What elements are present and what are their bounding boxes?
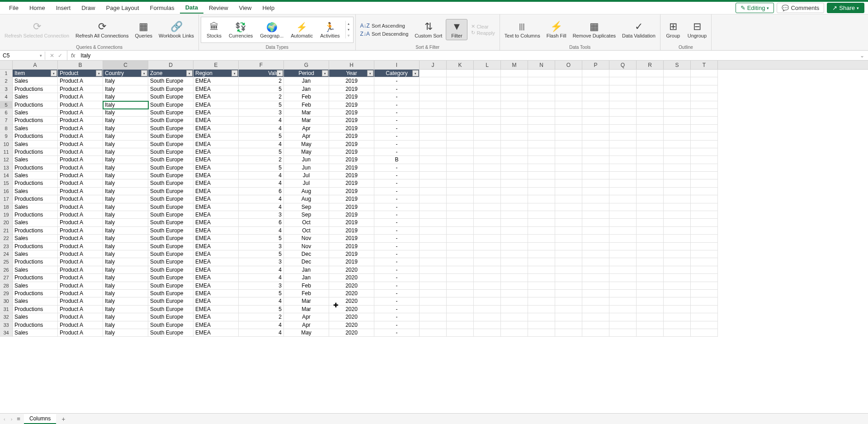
cell[interactable] — [420, 172, 447, 179]
cell[interactable] — [501, 141, 528, 148]
cell[interactable]: Productions — [13, 164, 58, 172]
cell[interactable]: EMEA — [193, 132, 239, 140]
row-header-20[interactable]: 20 — [0, 219, 13, 226]
cell[interactable] — [637, 77, 664, 85]
cell[interactable]: Dec — [284, 258, 329, 266]
cell[interactable] — [420, 211, 447, 219]
cell[interactable]: EMEA — [193, 93, 239, 101]
cell[interactable] — [691, 227, 718, 235]
cell[interactable] — [582, 329, 609, 337]
cell[interactable] — [528, 282, 555, 290]
cell[interactable] — [501, 250, 528, 258]
cell[interactable] — [447, 101, 474, 109]
cell[interactable] — [582, 274, 609, 282]
cell[interactable]: - — [374, 101, 420, 109]
cell[interactable] — [420, 117, 447, 124]
cell[interactable] — [528, 235, 555, 242]
cell[interactable] — [691, 132, 718, 140]
cell[interactable]: 4 — [239, 227, 284, 235]
cell[interactable] — [637, 227, 664, 235]
cell[interactable]: Italy — [103, 329, 148, 337]
cell[interactable] — [528, 313, 555, 321]
cell[interactable]: 2019 — [329, 179, 374, 187]
cell[interactable]: Sales — [13, 125, 58, 132]
cell[interactable]: 3 — [239, 109, 284, 117]
cell[interactable]: Mar — [284, 297, 329, 305]
cell[interactable]: South Europe — [148, 211, 193, 219]
cell[interactable] — [447, 141, 474, 148]
cell[interactable]: May — [284, 148, 329, 156]
gallery-down-icon[interactable]: ▾ — [346, 27, 351, 33]
table-header-cell[interactable] — [420, 70, 447, 77]
row-header-23[interactable]: 23 — [0, 243, 13, 250]
row-header-5[interactable]: 5 — [0, 101, 13, 109]
cell[interactable] — [474, 117, 501, 124]
cell[interactable] — [474, 329, 501, 337]
cell[interactable] — [555, 85, 582, 93]
column-header-B[interactable]: B — [58, 61, 103, 69]
column-header-H[interactable]: H — [329, 61, 374, 69]
cell[interactable]: Product A — [58, 290, 103, 297]
cell[interactable]: - — [374, 250, 420, 258]
cell[interactable]: 2019 — [329, 77, 374, 85]
row-header-12[interactable]: 12 — [0, 156, 13, 164]
cell[interactable]: South Europe — [148, 148, 193, 156]
cell[interactable]: 2019 — [329, 85, 374, 93]
cell[interactable] — [582, 132, 609, 140]
cell[interactable]: South Europe — [148, 258, 193, 266]
cell[interactable] — [609, 101, 637, 109]
cell[interactable]: 2019 — [329, 125, 374, 132]
row-header-27[interactable]: 27 — [0, 274, 13, 282]
cell[interactable] — [609, 109, 637, 117]
cell[interactable]: EMEA — [193, 195, 239, 203]
cell[interactable] — [637, 85, 664, 93]
cell[interactable]: Product A — [58, 77, 103, 85]
cell[interactable]: Dec — [284, 250, 329, 258]
cell[interactable] — [528, 227, 555, 235]
cell[interactable] — [501, 321, 528, 329]
cell[interactable] — [528, 290, 555, 297]
cell[interactable] — [555, 156, 582, 164]
cell[interactable] — [664, 321, 691, 329]
cell[interactable]: Italy — [103, 235, 148, 242]
cell[interactable] — [582, 306, 609, 313]
cell[interactable] — [501, 101, 528, 109]
cell[interactable] — [420, 101, 447, 109]
cell[interactable] — [664, 235, 691, 242]
cell[interactable] — [420, 85, 447, 93]
cell[interactable] — [501, 282, 528, 290]
column-header-T[interactable]: T — [691, 61, 718, 69]
cell[interactable] — [420, 203, 447, 211]
row-header-30[interactable]: 30 — [0, 297, 13, 305]
select-all-corner[interactable] — [0, 61, 13, 69]
cell[interactable]: South Europe — [148, 306, 193, 313]
cell[interactable] — [447, 211, 474, 219]
cell[interactable]: EMEA — [193, 125, 239, 132]
cell[interactable]: EMEA — [193, 101, 239, 109]
cell[interactable]: Jun — [284, 164, 329, 172]
cell[interactable]: Italy — [103, 219, 148, 226]
cell[interactable] — [474, 313, 501, 321]
cell[interactable]: South Europe — [148, 203, 193, 211]
row-header-4[interactable]: 4 — [0, 93, 13, 101]
table-header-cell[interactable] — [474, 70, 501, 77]
cell[interactable] — [582, 243, 609, 250]
cell[interactable] — [664, 329, 691, 337]
cell[interactable]: South Europe — [148, 141, 193, 148]
cell[interactable]: South Europe — [148, 132, 193, 140]
cell[interactable] — [447, 188, 474, 195]
cell[interactable]: Product A — [58, 243, 103, 250]
cell[interactable] — [447, 329, 474, 337]
cell[interactable] — [501, 211, 528, 219]
cell[interactable]: - — [374, 219, 420, 226]
row-header-2[interactable]: 2 — [0, 77, 13, 85]
cell[interactable] — [609, 172, 637, 179]
cell[interactable] — [609, 321, 637, 329]
cell[interactable] — [447, 297, 474, 305]
column-header-A[interactable]: A — [13, 61, 58, 69]
cell[interactable]: Product A — [58, 117, 103, 124]
cell[interactable] — [664, 250, 691, 258]
cell[interactable] — [691, 141, 718, 148]
cell[interactable]: - — [374, 125, 420, 132]
cell[interactable] — [637, 282, 664, 290]
